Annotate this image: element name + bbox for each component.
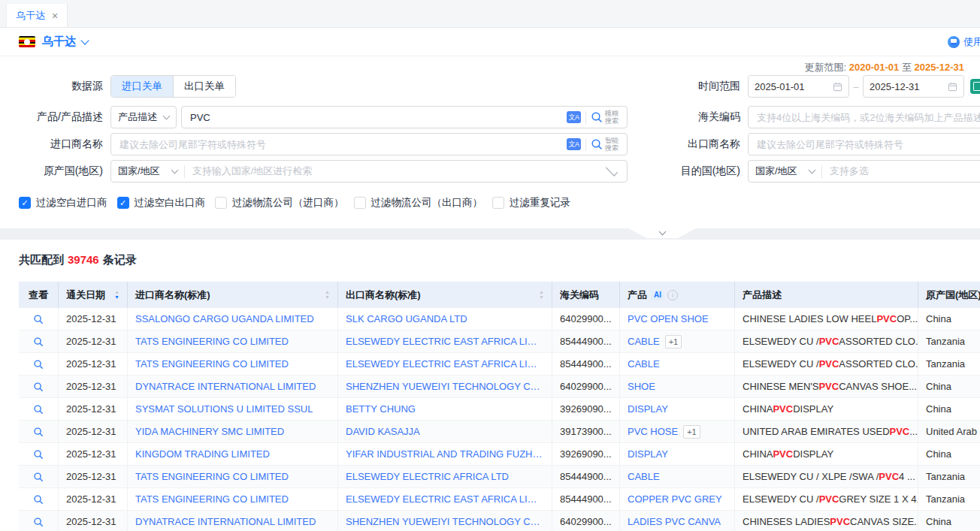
importer-link[interactable]: KINGDOM TRADING LIMITED bbox=[135, 448, 270, 460]
importer-link[interactable]: TATS ENGINEERING CO LIMITED bbox=[135, 493, 289, 505]
info-icon[interactable]: i bbox=[667, 290, 678, 300]
filter-checkbox[interactable]: ✓过滤空白出口商 bbox=[117, 196, 206, 210]
data-source-label: 数据源 bbox=[0, 80, 103, 93]
data-source-option[interactable]: 进口关单 bbox=[111, 76, 173, 97]
importer-link[interactable]: DYNATRACE INTERNATIONAL LIMITED bbox=[135, 516, 316, 527]
view-record-button[interactable] bbox=[33, 314, 44, 324]
cell-importer: SSALONGO CARGO UGANDA LIMITED bbox=[128, 308, 338, 330]
importer-link[interactable]: TATS ENGINEERING CO LIMITED bbox=[135, 336, 289, 347]
exporter-link[interactable]: YIFAR INDUSTRIAL AND TRADING FUZHOU... bbox=[346, 448, 544, 460]
view-record-button[interactable] bbox=[33, 336, 44, 347]
product-link[interactable]: PVC HOSE bbox=[628, 426, 678, 437]
cell-date: 2025-12-31 bbox=[59, 443, 128, 466]
country-selector[interactable]: 乌干达 bbox=[42, 35, 76, 49]
cell-product: PVC OPEN SHOE bbox=[620, 308, 735, 330]
exporter-link[interactable]: ELSEWEDY ELECTRIC AFRICA LTD bbox=[346, 471, 509, 482]
cell-view bbox=[19, 353, 59, 376]
highlighted-term: PVC bbox=[879, 471, 899, 482]
hs-code-input[interactable] bbox=[755, 111, 980, 124]
exporter-input[interactable] bbox=[755, 138, 980, 151]
filter-checkbox[interactable]: 过滤重复记录 bbox=[492, 196, 570, 210]
translate-icon[interactable]: 文A bbox=[567, 111, 581, 123]
filter-checkbox[interactable]: ✓过滤空白进口商 bbox=[19, 196, 107, 210]
exporter-link[interactable]: BETTY CHUNG bbox=[346, 403, 416, 415]
product-link[interactable]: SHOE bbox=[628, 381, 655, 392]
chevron-down-icon[interactable] bbox=[80, 36, 89, 44]
product-link[interactable]: LADIES PVC CANVA bbox=[628, 516, 721, 527]
product-link[interactable]: CABLE bbox=[628, 336, 660, 347]
calendar-icon bbox=[948, 82, 957, 92]
cell-description: CHINESES LADIES PVC CANVAS SIZE... bbox=[735, 511, 918, 531]
importer-link[interactable]: DYNATRACE INTERNATIONAL LIMITED bbox=[135, 381, 316, 392]
excel-export-icon[interactable] bbox=[970, 79, 980, 94]
fuzzy-search-button[interactable]: 模糊搜索 bbox=[591, 110, 620, 125]
view-record-button[interactable] bbox=[33, 382, 44, 392]
column-header-exporter[interactable]: 出口商名称(标准)▲▼ bbox=[338, 282, 552, 308]
product-link[interactable]: COPPER PVC GREY bbox=[628, 493, 722, 505]
date-end-input[interactable]: 2025-12-31 bbox=[863, 75, 964, 98]
cell-origin: Tanzania bbox=[918, 353, 980, 376]
exporter-link[interactable]: ELSEWEDY ELECTRIC EAST AFRICA LIMTED bbox=[346, 358, 544, 370]
sort-carets-icon[interactable]: ▲▼ bbox=[320, 290, 330, 300]
cell-product: DISPLAY bbox=[620, 398, 735, 421]
importer-link[interactable]: SYSMAT SOLUTIONS U LIMITED SSUL bbox=[135, 403, 313, 415]
checkbox-unchecked-icon[interactable] bbox=[215, 197, 227, 209]
exporter-link[interactable]: SLK CARGO UGANDA LTD bbox=[346, 313, 467, 324]
column-header-importer[interactable]: 进口商名称(标准)▲▼ bbox=[128, 282, 338, 308]
product-input[interactable] bbox=[189, 111, 562, 124]
importer-input[interactable] bbox=[118, 138, 562, 151]
exporter-link[interactable]: SHENZHEN YUEWEIYI TECHNOLOGY CO LTD bbox=[346, 381, 544, 392]
date-start-input[interactable]: 2025-01-01 bbox=[748, 75, 849, 98]
view-record-button[interactable] bbox=[33, 449, 44, 460]
product-link[interactable]: DISPLAY bbox=[628, 403, 668, 415]
usage-guide-link[interactable]: 使用 bbox=[948, 28, 980, 56]
exporter-link[interactable]: ELSEWEDY ELECTRIC EAST AFRICA LIMTED bbox=[346, 336, 544, 347]
translate-icon[interactable]: 文A bbox=[567, 138, 581, 150]
screen: 乌干达 × 乌干达 使用 更新范围: 2020-01-01 至 2025-12-… bbox=[0, 0, 980, 531]
highlighted-term: PVC bbox=[773, 403, 793, 415]
view-record-button[interactable] bbox=[33, 427, 44, 437]
chevron-down-icon bbox=[163, 112, 171, 119]
importer-link[interactable]: TATS ENGINEERING CO LIMITED bbox=[135, 471, 289, 482]
product-link[interactable]: PVC OPEN SHOE bbox=[628, 313, 709, 324]
table-header-row: 查看通关日期▲▼进口商名称(标准)▲▼出口商名称(标准)▲▼海关编码产品AIi产… bbox=[19, 282, 980, 308]
view-record-button[interactable] bbox=[33, 472, 44, 482]
product-link[interactable]: CABLE bbox=[628, 471, 660, 482]
tab-uganda[interactable]: 乌干达 × bbox=[6, 4, 68, 27]
cell-importer: TATS ENGINEERING CO LIMITED bbox=[128, 353, 338, 376]
view-record-button[interactable] bbox=[33, 517, 44, 527]
checkbox-unchecked-icon[interactable] bbox=[492, 197, 504, 209]
exporter-link[interactable]: ELSEWEDY ELECTRIC EAST AFRICA LIMTED bbox=[346, 493, 544, 505]
update-range: 更新范围: 2020-01-01 至 2025-12-31 bbox=[631, 61, 964, 74]
filter-checkbox[interactable]: 过滤物流公司（出口商） bbox=[354, 196, 483, 210]
cell-origin: China bbox=[918, 376, 980, 398]
sort-carets-icon[interactable]: ▲▼ bbox=[110, 290, 119, 300]
cell-date: 2025-12-31 bbox=[59, 488, 128, 511]
view-record-button[interactable] bbox=[33, 494, 44, 505]
checkbox-unchecked-icon[interactable] bbox=[354, 197, 366, 209]
exporter-link[interactable]: DAVID KASAJJA bbox=[346, 426, 420, 437]
importer-link[interactable]: SSALONGO CARGO UGANDA LIMITED bbox=[135, 313, 314, 324]
close-icon[interactable]: × bbox=[52, 11, 58, 21]
filter-checkbox[interactable]: 过滤物流公司（进口商） bbox=[215, 196, 344, 210]
origin-select[interactable]: 国家/地区 支持输入国家/地区进行检索 bbox=[110, 160, 628, 183]
smart-search-button[interactable]: 智能搜索 bbox=[591, 137, 620, 152]
importer-link[interactable]: YIDA MACHINERY SMC LIMITED bbox=[135, 426, 284, 437]
view-record-button[interactable] bbox=[33, 404, 44, 415]
product-link[interactable]: CABLE bbox=[628, 358, 660, 370]
checkbox-checked-icon[interactable]: ✓ bbox=[19, 197, 31, 209]
importer-link[interactable]: TATS ENGINEERING CO LIMITED bbox=[135, 358, 289, 370]
product-link[interactable]: DISPLAY bbox=[628, 448, 668, 460]
tab-label: 乌干达 bbox=[16, 9, 45, 23]
sort-carets-icon[interactable]: ▲▼ bbox=[534, 290, 544, 300]
view-record-button[interactable] bbox=[33, 359, 44, 370]
product-type-select[interactable]: 产品描述 bbox=[110, 106, 177, 128]
destination-select[interactable]: 国家/地区 支持多选 bbox=[748, 160, 980, 183]
chevron-down-icon bbox=[606, 164, 618, 176]
checkbox-checked-icon[interactable]: ✓ bbox=[117, 197, 129, 209]
exporter-link[interactable]: SHENZHEN YUEWEIYI TECHNOLOGY CO LTD bbox=[346, 516, 544, 527]
more-products-tag[interactable]: +1 bbox=[665, 335, 682, 348]
more-products-tag[interactable]: +1 bbox=[683, 425, 700, 439]
column-header-date[interactable]: 通关日期▲▼ bbox=[59, 282, 128, 308]
data-source-option[interactable]: 出口关单 bbox=[173, 76, 235, 97]
